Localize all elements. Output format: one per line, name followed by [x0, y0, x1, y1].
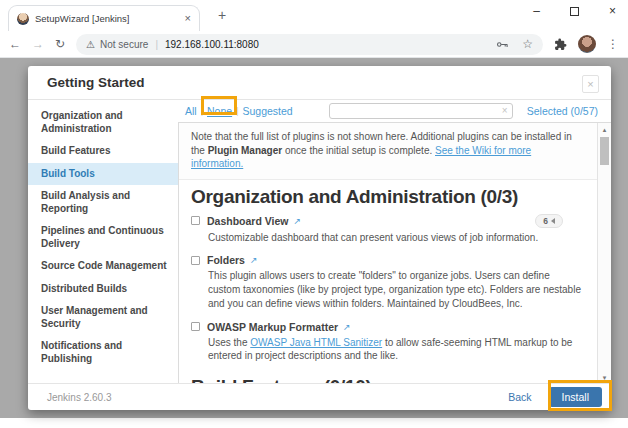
- bottom-strip: [0, 418, 628, 428]
- sidebar-item-build-tools[interactable]: Build Tools: [28, 163, 178, 186]
- sidebar-item-notifications-and-publishing[interactable]: Notifications and Publishing: [28, 335, 178, 370]
- sidebar-item-pipelines-and-continuous-delivery[interactable]: Pipelines and Continuous Delivery: [28, 220, 178, 255]
- jenkins-version: Jenkins 2.60.3: [47, 392, 112, 403]
- filter-separator: |: [236, 106, 238, 116]
- plugin-description: This plugin allows users to create "fold…: [208, 269, 583, 310]
- sidebar-item-user-management-and-security[interactable]: User Management and Security: [28, 300, 178, 335]
- forward-icon[interactable]: →: [32, 37, 44, 51]
- plugin-note: Note that the full list of plugins is no…: [179, 123, 597, 180]
- section-heading-organization: Organization and Administration (0/3): [179, 180, 597, 211]
- address-divider: |: [155, 39, 158, 50]
- extensions-puzzle-icon[interactable]: [554, 38, 567, 51]
- window-controls: – ×: [533, 4, 616, 18]
- security-label[interactable]: Not secure: [100, 39, 148, 50]
- plugin-name[interactable]: OWASP Markup Formatter: [207, 321, 338, 333]
- plugin-row-owasp-markup-formatter: OWASP Markup Formatter ↗ Uses the OWASP …: [179, 318, 597, 371]
- search-wrapper: ×: [329, 103, 513, 119]
- plugin-row-dashboard-view: Dashboard View ↗ 6 Customizable dashboar…: [179, 211, 597, 252]
- back-button[interactable]: Back: [508, 391, 531, 403]
- dependency-badge: 6: [535, 214, 563, 228]
- search-clear-icon[interactable]: ×: [502, 105, 508, 116]
- tab-close-icon[interactable]: ×: [185, 13, 191, 24]
- modal-header: Getting Started: [28, 66, 611, 100]
- plugin-checkbox[interactable]: [191, 256, 200, 265]
- note-text: once the initial setup is complete.: [282, 145, 435, 156]
- browser-tab[interactable]: SetupWizard [Jenkins] ×: [8, 5, 200, 31]
- plugin-content: All | None | Suggested × Selected (0/57)…: [178, 100, 611, 383]
- tab-strip: SetupWizard [Jenkins] × + – ×: [0, 0, 628, 31]
- refresh-icon[interactable]: ↻: [55, 37, 65, 51]
- window-close-icon[interactable]: ×: [609, 6, 616, 16]
- plugin-scroll-area: Note that the full list of plugins is no…: [178, 122, 611, 383]
- new-tab-button[interactable]: +: [218, 7, 226, 23]
- password-key-icon[interactable]: [496, 38, 509, 51]
- plugin-checkbox[interactable]: [191, 216, 200, 225]
- bookmark-star-icon[interactable]: ☆: [522, 37, 533, 51]
- plugin-list: Note that the full list of plugins is no…: [179, 123, 597, 383]
- filter-row: All | None | Suggested × Selected (0/57): [178, 100, 611, 122]
- not-secure-warning-icon: ⚠: [86, 39, 95, 50]
- description-text: Uses the: [208, 337, 250, 348]
- scroll-up-icon[interactable]: ▴: [603, 123, 607, 135]
- badge-count: 6: [543, 216, 548, 226]
- filter-separator: |: [201, 106, 203, 116]
- list-scrollbar[interactable]: ▴ ▾: [597, 123, 611, 383]
- chrome-menu-icon[interactable]: ⋮: [607, 37, 619, 51]
- modal-body: Organization and Administration Build Fe…: [28, 100, 611, 383]
- external-link-icon[interactable]: ↗: [294, 216, 302, 226]
- jenkins-favicon-icon: [17, 13, 29, 25]
- plugin-search-input[interactable]: [329, 103, 513, 119]
- scrollbar-thumb[interactable]: [600, 137, 609, 165]
- plugin-name[interactable]: Dashboard View: [207, 215, 289, 227]
- external-link-icon[interactable]: ↗: [343, 322, 351, 332]
- selected-count: Selected (0/57): [527, 105, 603, 117]
- url-text[interactable]: 192.168.100.11:8080: [165, 39, 491, 50]
- back-icon[interactable]: ←: [9, 37, 21, 51]
- category-sidebar: Organization and Administration Build Fe…: [28, 100, 178, 383]
- sidebar-item-organization-and-administration[interactable]: Organization and Administration: [28, 105, 178, 140]
- modal-footer: Jenkins 2.60.3 Back Install: [28, 383, 611, 410]
- toolbar-right: ⋮: [554, 35, 619, 53]
- plugin-description: Uses the OWASP Java HTML Sanitizer to al…: [208, 336, 583, 364]
- modal-title: Getting Started: [47, 75, 145, 90]
- plugin-row-folders: Folders ↗ This plugin allows users to cr…: [179, 251, 597, 317]
- owasp-sanitizer-link[interactable]: OWASP Java HTML Sanitizer: [250, 337, 382, 348]
- tab-title: SetupWizard [Jenkins]: [35, 13, 179, 24]
- modal-close-icon[interactable]: ×: [582, 75, 599, 93]
- window-maximize-icon[interactable]: [570, 7, 579, 16]
- address-bar[interactable]: ⚠ Not secure | 192.168.100.11:8080 ☆: [76, 34, 543, 55]
- external-link-icon[interactable]: ↗: [250, 255, 258, 265]
- plugin-name[interactable]: Folders: [207, 254, 245, 266]
- install-button[interactable]: Install: [549, 387, 602, 407]
- browser-toolbar: ← → ↻ ⚠ Not secure | 192.168.100.11:8080…: [0, 31, 628, 58]
- plugin-description: Customizable dashboard that can present …: [208, 231, 583, 245]
- scroll-down-icon[interactable]: ▾: [603, 371, 607, 383]
- select-all-link[interactable]: All: [185, 105, 197, 117]
- select-none-link[interactable]: None: [207, 105, 232, 117]
- browser-chrome: SetupWizard [Jenkins] × + – × ← → ↻ ⚠ No…: [0, 0, 628, 58]
- plugin-checkbox[interactable]: [191, 322, 200, 331]
- sidebar-item-source-code-management[interactable]: Source Code Management: [28, 255, 178, 278]
- profile-avatar[interactable]: [578, 35, 596, 53]
- note-plugin-manager: Plugin Manager: [208, 145, 282, 156]
- setup-wizard-modal: Getting Started × Organization and Admin…: [28, 66, 611, 410]
- badge-arrow-icon: [551, 218, 555, 224]
- window-minimize-icon[interactable]: –: [533, 6, 540, 16]
- sidebar-item-build-features[interactable]: Build Features: [28, 140, 178, 163]
- section-heading-build-features: Build Features (0/10): [179, 370, 597, 383]
- sidebar-item-distributed-builds[interactable]: Distributed Builds: [28, 278, 178, 301]
- select-suggested-link[interactable]: Suggested: [242, 105, 292, 117]
- sidebar-item-build-analysis-and-reporting[interactable]: Build Analysis and Reporting: [28, 185, 178, 220]
